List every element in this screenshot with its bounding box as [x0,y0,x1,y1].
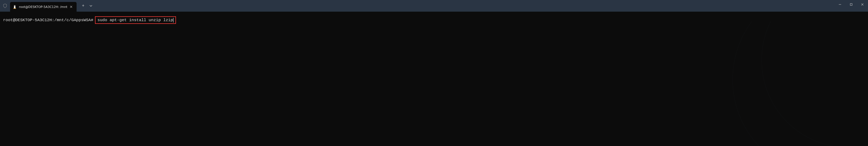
svg-point-9 [14,7,16,8]
terminal-window: root@DESKTOP-5A3C12H: /mnt + [0,0,868,146]
shell-prompt: root@DESKTOP-5A3C12H:/mnt/c/GAppsWSA# [3,17,96,23]
close-window-button[interactable] [857,0,868,9]
tab-close-button[interactable] [69,4,73,9]
shield-icon [0,0,10,11]
tab-dropdown-button[interactable] [87,2,94,9]
shell-command: sudo apt-get install unzip lzip [97,17,173,23]
active-tab[interactable]: root@DESKTOP-5A3C12H: /mnt [10,2,76,11]
terminal-body[interactable]: root@DESKTOP-5A3C12H:/mnt/c/GAppsWSA# su… [0,11,868,146]
svg-rect-11 [850,3,852,5]
new-tab-button[interactable]: + [80,2,87,9]
svg-point-12 [733,21,868,146]
text-cursor [173,18,174,23]
svg-point-13 [762,21,868,146]
terminal-line: root@DESKTOP-5A3C12H:/mnt/c/GAppsWSA# su… [3,16,865,24]
background-decoration [713,21,868,146]
command-highlight-box: sudo apt-get install unzip lzip [95,16,176,24]
minimize-button[interactable] [834,0,845,9]
maximize-button[interactable] [845,0,857,9]
tab-title: root@DESKTOP-5A3C12H: /mnt [19,5,67,9]
penguin-icon [12,4,17,9]
titlebar: root@DESKTOP-5A3C12H: /mnt + [0,0,868,11]
window-controls [834,0,868,9]
